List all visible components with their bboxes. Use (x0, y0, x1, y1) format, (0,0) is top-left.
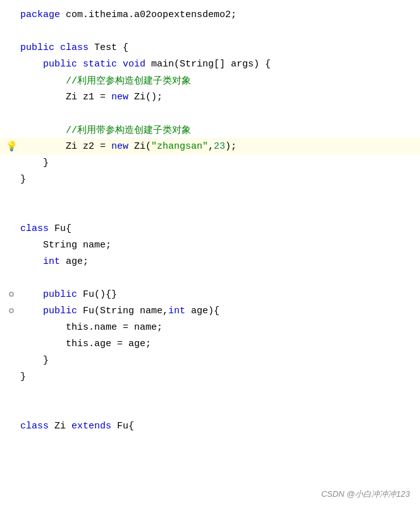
line-content: public Fu(){} (18, 289, 420, 300)
code-token: } (20, 355, 49, 366)
code-token (20, 59, 43, 70)
breakpoint-dot (9, 306, 14, 316)
code-line (0, 270, 420, 286)
code-token: main(String[] args) { (151, 59, 271, 70)
breakpoint-dot (9, 289, 14, 300)
code-token (20, 306, 43, 316)
code-line: public Fu(){} (0, 286, 420, 302)
code-token: this.age = age; (20, 339, 151, 349)
code-token: age; (66, 256, 89, 267)
line-content: } (18, 158, 420, 168)
code-line: int age; (0, 253, 420, 270)
code-line: } (0, 154, 420, 171)
code-line (0, 401, 420, 418)
code-token: class (20, 421, 54, 432)
code-token: package (20, 9, 66, 20)
code-token: public (43, 289, 83, 300)
code-token: //利用空参构造创建子类对象 (20, 76, 191, 87)
line-content: class Fu{ (18, 223, 420, 234)
code-line: Zi z1 = new Zi(); (0, 89, 420, 105)
line-content: } (18, 371, 420, 382)
line-gutter (5, 306, 18, 316)
code-token: ); (225, 141, 237, 152)
line-content: package com.itheima.a02oopextensdemo2; (18, 9, 420, 20)
code-line (0, 105, 420, 122)
code-line: class Fu{ (0, 220, 420, 237)
line-content: Zi z2 = new Zi("zhangsan",23); (18, 141, 420, 152)
code-line: public class Test { (0, 39, 420, 56)
line-content: this.name = name; (18, 322, 420, 333)
line-content: this.age = age; (18, 339, 420, 349)
code-line (0, 23, 420, 39)
code-token: static (83, 59, 123, 70)
code-token: int (43, 256, 66, 267)
code-line (0, 187, 420, 204)
line-content: //利用空参构造创建子类对象 (18, 75, 420, 87)
line-gutter (5, 289, 18, 300)
code-token: Fu(){} (83, 289, 117, 300)
code-line (0, 385, 420, 401)
code-token: com.itheima.a02oopextensdemo2; (66, 9, 237, 20)
code-line: } (0, 352, 420, 368)
line-content: } (18, 174, 420, 185)
code-token: "zhangsan" (151, 141, 208, 152)
line-gutter: 💡 (5, 140, 18, 153)
code-token: Fu(String name, (83, 306, 168, 316)
code-token: extends (71, 421, 117, 432)
code-editor: package com.itheima.a02oopextensdemo2; p… (0, 0, 420, 505)
code-token: public (43, 59, 83, 70)
code-token: , (208, 141, 214, 152)
code-line: this.age = age; (0, 335, 420, 352)
bulb-icon: 💡 (6, 140, 18, 153)
code-token: public (20, 42, 60, 53)
code-token: 23 (214, 141, 225, 152)
code-token: age){ (191, 306, 219, 316)
code-line: 💡 Zi z2 = new Zi("zhangsan",23); (0, 138, 420, 154)
line-content (18, 190, 420, 201)
line-content (18, 388, 420, 399)
code-line (0, 204, 420, 220)
code-token: Fu{ (117, 421, 134, 432)
code-line: class Zi extends Fu{ (0, 418, 420, 434)
code-line: package com.itheima.a02oopextensdemo2; (0, 6, 420, 23)
code-token: this.name = name; (20, 322, 163, 333)
line-content: Zi z1 = new Zi(); (18, 92, 420, 103)
line-content: public Fu(String name,int age){ (18, 306, 420, 316)
code-line: String name; (0, 237, 420, 253)
code-token (20, 256, 43, 267)
code-line: } (0, 368, 420, 385)
code-token: new (111, 92, 134, 103)
code-token: } (20, 371, 26, 382)
code-token: class (20, 223, 54, 234)
code-line: public static void main(String[] args) { (0, 56, 420, 72)
code-token: Zi (54, 421, 71, 432)
code-line: public Fu(String name,int age){ (0, 302, 420, 319)
line-content: public static void main(String[] args) { (18, 59, 420, 70)
watermark: CSDN @小白冲冲冲123 (321, 489, 410, 500)
line-content: } (18, 355, 420, 366)
line-content (18, 207, 420, 218)
line-content: class Zi extends Fu{ (18, 421, 420, 432)
code-token: Fu{ (54, 223, 71, 234)
code-token: } (20, 158, 49, 168)
code-token: Zi z2 = (20, 141, 111, 152)
line-content: int age; (18, 256, 420, 267)
line-content (18, 26, 420, 37)
code-line: this.name = name; (0, 319, 420, 335)
line-content (18, 273, 420, 284)
code-token: Test { (94, 42, 128, 53)
code-line: //利用空参构造创建子类对象 (0, 72, 420, 89)
code-token: String name; (20, 240, 111, 251)
code-line: } (0, 171, 420, 187)
line-content (18, 108, 420, 119)
code-token: public (43, 306, 83, 316)
code-token: class (60, 42, 94, 53)
code-token: //利用带参构造创建子类对象 (20, 125, 191, 136)
line-content: //利用带参构造创建子类对象 (18, 124, 420, 136)
code-token: Zi z1 = (20, 92, 111, 103)
code-token: Zi(); (134, 92, 163, 103)
line-content: String name; (18, 240, 420, 251)
code-line: //利用带参构造创建子类对象 (0, 122, 420, 138)
line-content: public class Test { (18, 42, 420, 53)
code-token (20, 289, 43, 300)
